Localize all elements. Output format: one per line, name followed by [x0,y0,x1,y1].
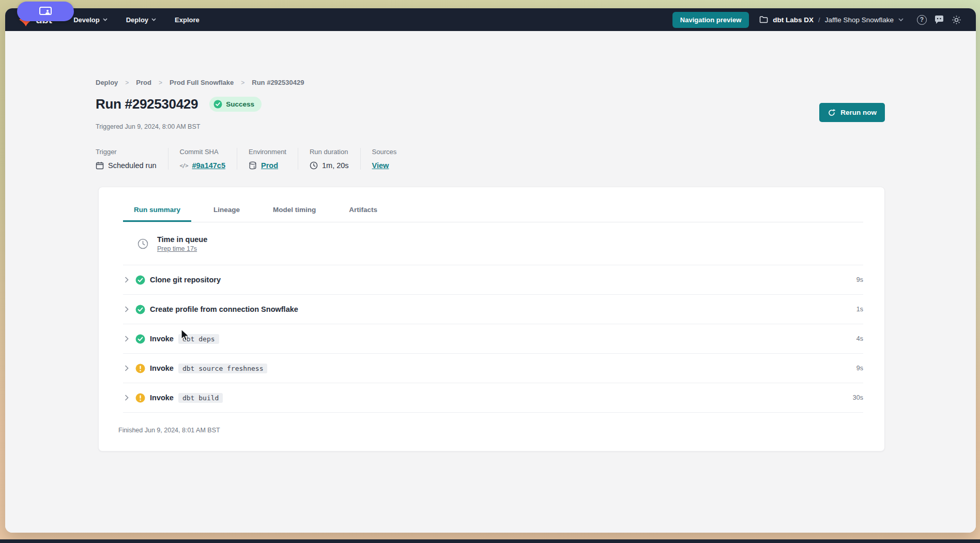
chevron-right-icon[interactable] [125,336,129,342]
step-row-dbt-source-freshness[interactable]: Invoke dbt source freshness 9s [123,354,863,383]
rerun-now-button[interactable]: Rerun now [819,103,885,122]
account-name: dbt Labs DX [773,16,814,24]
calendar-icon [96,161,104,170]
nav-menu-deploy[interactable]: Deploy [126,16,156,24]
triggered-timestamp: Triggered Jun 9, 2024, 8:00 AM BST [96,123,200,130]
step-command-chip: dbt deps [178,334,219,344]
chevron-down-icon [898,18,904,22]
meta-label: Commit SHA [180,148,225,156]
step-duration: 9s [856,276,863,283]
run-summary-card: Run summary Lineage Model timing Artifac… [98,187,885,451]
chevron-down-icon [151,18,156,21]
nav-menu-develop[interactable]: Develop [73,16,108,24]
gear-icon[interactable] [952,15,961,25]
status-badge-label: Success [226,100,254,108]
clock-icon [137,238,148,249]
nav-menu-label: Develop [73,16,100,24]
chevron-right-icon[interactable] [125,365,129,371]
step-command-chip: dbt source freshness [178,364,268,373]
meta-label: Run duration [310,148,349,156]
top-navbar: dbt Develop Deploy Explore Navigation pr… [5,8,976,31]
step-name: Clone git repository [150,276,221,284]
step-command-chip: dbt build [178,393,223,403]
breadcrumb-separator: > [159,79,162,86]
step-name: Create profile from connection Snowflake [150,305,298,313]
success-icon [135,334,145,344]
time-in-queue-row: Time in queue Prep time 17s [123,222,863,265]
commit-sha-link[interactable]: #9a147c5 [192,161,225,170]
step-name: Invoke [150,394,174,402]
step-duration: 30s [853,394,863,401]
step-duration: 4s [856,335,863,342]
nav-menu: Develop Deploy Explore [73,16,200,24]
step-row-clone-git[interactable]: Clone git repository 9s [123,265,863,295]
account-separator: / [818,16,820,24]
queue-title: Time in queue [157,235,207,244]
success-icon [135,275,145,285]
step-duration: 1s [856,306,863,313]
meta-label: Trigger [96,148,157,156]
step-row-create-profile[interactable]: Create profile from connection Snowflake… [123,295,863,324]
chevron-right-icon[interactable] [125,277,129,283]
code-icon: </> [180,162,188,169]
breadcrumb-separator: > [241,79,244,86]
step-row-dbt-build[interactable]: Invoke dbt build 30s [123,383,863,413]
success-icon [135,305,145,314]
tab-model-timing[interactable]: Model timing [262,206,327,222]
account-switcher[interactable]: dbt Labs DX / Jaffle Shop Snowflake [759,16,904,24]
feedback-icon[interactable] [934,15,944,24]
meta-label: Sources [372,148,397,156]
step-row-dbt-deps[interactable]: Invoke dbt deps 4s [123,324,863,354]
sources-view-link[interactable]: View [372,161,389,170]
breadcrumb-separator: > [125,79,129,86]
tab-run-summary[interactable]: Run summary [123,206,191,222]
clock-icon [310,161,318,170]
chevron-right-icon[interactable] [125,395,129,401]
nav-menu-label: Explore [175,16,200,24]
finished-timestamp: Finished Jun 9, 2024, 8:01 AM BST [118,413,863,434]
success-dot-icon [213,100,222,109]
meta-sources: Sources View [372,148,408,170]
database-icon [249,161,257,170]
meta-environment: Environment Prod [249,148,298,170]
folder-icon [759,16,768,23]
prep-time-link[interactable]: Prep time 17s [157,245,207,252]
environment-link[interactable]: Prod [261,161,278,170]
navbar-icons: ? [917,15,961,25]
chevron-right-icon[interactable] [125,306,129,312]
refresh-icon [828,109,836,117]
step-name: Invoke [150,335,174,343]
chevron-down-icon [103,18,108,21]
step-duration: 9s [856,365,863,372]
meta-value-text: 1m, 20s [322,161,349,170]
meta-label: Environment [249,148,286,156]
navbar-right: Navigation preview dbt Labs DX / Jaffle … [672,12,961,28]
tab-artifacts[interactable]: Artifacts [338,206,388,222]
breadcrumb-prod[interactable]: Prod [136,79,151,86]
bottom-edge-strip [0,539,980,543]
nav-menu-label: Deploy [126,16,148,24]
meta-trigger: Trigger Scheduled run [96,148,169,170]
meta-commit-sha: Commit SHA </> #9a147c5 [180,148,237,170]
step-name: Invoke [150,364,174,372]
page-body: Deploy > Prod > Prod Full Snowflake > Ru… [5,31,976,533]
run-meta-row: Trigger Scheduled run Commit SHA </> #9a… [96,148,419,170]
breadcrumb: Deploy > Prod > Prod Full Snowflake > Ru… [96,79,304,86]
screen-share-badge[interactable] [17,2,74,21]
breadcrumb-job[interactable]: Prod Full Snowflake [170,79,234,86]
navigation-preview-button[interactable]: Navigation preview [672,12,749,28]
help-icon[interactable]: ? [917,15,927,25]
page-title: Run #292530429 [96,96,198,112]
breadcrumb-deploy[interactable]: Deploy [96,79,118,86]
breadcrumb-run[interactable]: Run #292530429 [252,79,304,86]
nav-menu-explore[interactable]: Explore [175,16,200,24]
tab-bar: Run summary Lineage Model timing Artifac… [123,206,863,222]
screen-share-icon [39,6,52,17]
warning-icon [135,393,145,403]
app-window: dbt Develop Deploy Explore Navigation pr… [5,8,976,533]
status-badge: Success [209,97,262,112]
meta-value-text: Scheduled run [108,161,157,170]
tab-lineage[interactable]: Lineage [203,206,251,222]
warning-icon [135,364,145,373]
rerun-now-label: Rerun now [840,109,877,116]
